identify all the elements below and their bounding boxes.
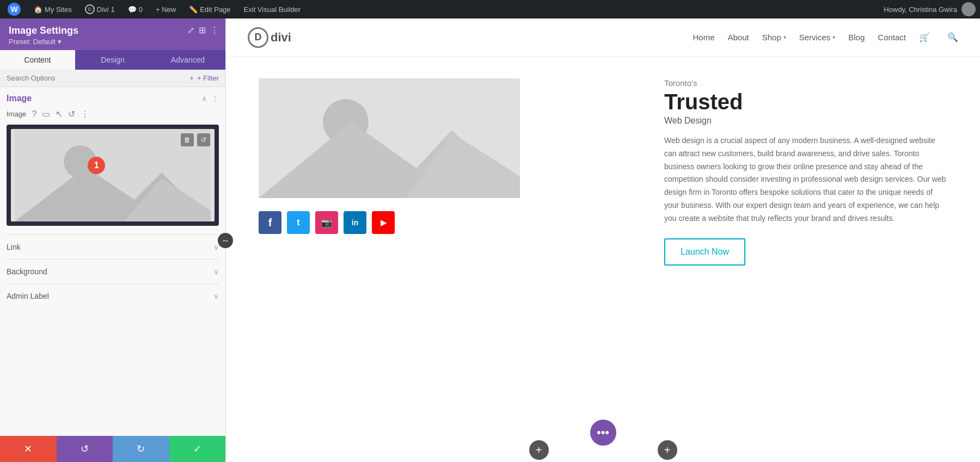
add-section-button-left[interactable]: + (529, 440, 549, 460)
comments-item[interactable]: 💬 0 (125, 0, 146, 19)
preset-chevron-icon: ▾ (58, 38, 62, 46)
more-image-icon[interactable]: ⋮ (81, 109, 89, 119)
new-label: + New (156, 5, 176, 14)
divi-label: Divi (97, 5, 109, 14)
redo-icon: ↻ (137, 443, 145, 455)
my-sites-label: My Sites (45, 5, 72, 14)
filter-plus-icon: + (189, 74, 194, 82)
image-label: Image (7, 110, 26, 118)
filter-button[interactable]: + + Filter (189, 74, 219, 82)
builder-footer: + + ••• (226, 429, 980, 462)
content-subheading: Toronto's (664, 78, 947, 88)
image-preview[interactable]: 🗑 ↺ 1 (11, 129, 215, 221)
redo-button[interactable]: ↻ (113, 436, 169, 462)
youtube-icon[interactable]: ▶ (372, 211, 395, 234)
image-section-title: Image (7, 94, 32, 103)
reset-icon[interactable]: ↺ (68, 109, 75, 119)
linkedin-icon[interactable]: in (344, 211, 366, 234)
panel-header: Image Settings Preset: Default ▾ ⤢ ⊞ ⋮ (0, 19, 225, 50)
cancel-button[interactable]: ✕ (0, 436, 57, 462)
background-section[interactable]: Background ∨ (7, 259, 219, 284)
divi-count: 1 (111, 5, 115, 14)
cursor-icon[interactable]: ↖ (56, 109, 63, 119)
search-bar: + + Filter (0, 70, 225, 87)
undo-button[interactable]: ↺ (57, 436, 113, 462)
instagram-icon[interactable]: 📷 (315, 211, 338, 234)
save-icon: ✓ (193, 443, 201, 455)
admin-label-section[interactable]: Admin Label ∨ (7, 284, 219, 308)
home-icon: 🏠 (34, 5, 42, 14)
undo-icon: ↺ (81, 443, 89, 455)
panel-content: Image ∧ ⋮ Image ? ▭ ↖ ↺ ⋮ (0, 87, 225, 436)
more-icon[interactable]: ⋮ (210, 25, 219, 35)
mobile-icon[interactable]: ▭ (42, 109, 50, 119)
expand-icon[interactable]: ⤢ (187, 25, 194, 35)
social-icons: f t 📷 in ▶ (259, 211, 632, 234)
nav-shop[interactable]: Shop ▾ (762, 33, 786, 42)
wp-logo-item[interactable]: W (4, 0, 24, 19)
cart-icon[interactable]: 🛒 (919, 32, 930, 42)
site-logo: D divi (248, 27, 291, 48)
nav-contact[interactable]: Contact (878, 33, 906, 42)
logo-circle-icon: D (248, 27, 268, 48)
comment-count: 0 (139, 5, 143, 14)
link-section[interactable]: Link ∨ (7, 235, 219, 259)
tab-advanced[interactable]: Advanced (150, 50, 225, 70)
wp-icon: W (8, 3, 21, 16)
undo-overlay-icon[interactable]: ↺ (197, 133, 210, 146)
background-chevron-icon: ∨ (213, 267, 219, 276)
content-image (259, 78, 520, 198)
content-heading: Trusted (664, 90, 947, 114)
builder-dots-button[interactable]: ••• (590, 420, 616, 446)
panel-header-icons: ⤢ ⊞ ⋮ (187, 25, 219, 35)
nav-search-icon[interactable]: 🔍 (947, 32, 958, 42)
howdy-text: Howdy, Christina Gwira (884, 5, 957, 14)
content-subheading2: Web Design (664, 116, 947, 126)
preview-area: D divi Home About Shop ▾ Services ▾ (226, 19, 980, 462)
nav-blog[interactable]: Blog (848, 33, 865, 42)
bottom-action-bar: ✕ ↺ ↻ ✓ (0, 436, 225, 462)
edit-page-label: Edit Page (200, 5, 230, 14)
add-section-button-right[interactable]: + (658, 440, 677, 460)
my-sites-item[interactable]: 🏠 My Sites (30, 0, 75, 19)
link-chevron-icon: ∨ (213, 243, 219, 251)
admin-bar: W 🏠 My Sites D Divi 1 💬 0 + New ✏️ Edit … (0, 0, 980, 19)
divi-item[interactable]: D Divi 1 (82, 0, 118, 19)
resize-handle[interactable]: ↔ (218, 233, 233, 248)
save-button[interactable]: ✓ (169, 436, 226, 462)
page-content: f t 📷 in ▶ Toronto's Trusted Web Design … (226, 57, 980, 429)
help-icon[interactable]: ? (32, 109, 36, 119)
tab-content[interactable]: Content (0, 50, 75, 70)
site-nav: D divi Home About Shop ▾ Services ▾ (226, 19, 980, 57)
section-icon-group: ∧ ⋮ (201, 94, 219, 103)
facebook-icon[interactable]: f (259, 211, 281, 234)
section-collapse-icon[interactable]: ∧ (201, 94, 207, 103)
badge-number[interactable]: 1 (88, 157, 105, 174)
exit-builder-label: Exit Visual Builder (244, 5, 301, 14)
nav-home[interactable]: Home (693, 33, 714, 42)
edit-page-item[interactable]: ✏️ Edit Page (186, 0, 234, 19)
services-chevron-icon: ▾ (832, 34, 835, 40)
panel-preset[interactable]: Preset: Default ▾ (9, 38, 217, 46)
section-more-icon[interactable]: ⋮ (211, 94, 219, 103)
launch-button[interactable]: Launch Now (664, 238, 745, 266)
avatar[interactable] (961, 2, 976, 16)
nav-about[interactable]: About (727, 33, 749, 42)
content-left: f t 📷 in ▶ (259, 78, 632, 408)
image-section-header: Image ∧ ⋮ (7, 94, 219, 103)
new-item[interactable]: + New (152, 0, 179, 19)
search-input[interactable] (7, 74, 185, 82)
panel-tabs: Content Design Advanced (0, 50, 225, 70)
comment-bubble-icon: 💬 (128, 5, 137, 14)
content-body: Web design is a crucial aspect of any mo… (664, 134, 947, 225)
delete-icon[interactable]: 🗑 (181, 133, 194, 146)
exit-builder-item[interactable]: Exit Visual Builder (241, 0, 304, 19)
nav-services[interactable]: Services ▾ (799, 33, 836, 42)
background-label: Background (7, 267, 47, 276)
divi-icon: D (85, 4, 95, 14)
tab-design[interactable]: Design (75, 50, 150, 70)
twitter-icon[interactable]: t (287, 211, 310, 234)
pencil-icon: ✏️ (189, 5, 198, 14)
columns-icon[interactable]: ⊞ (199, 25, 206, 35)
cancel-icon: ✕ (24, 443, 32, 455)
